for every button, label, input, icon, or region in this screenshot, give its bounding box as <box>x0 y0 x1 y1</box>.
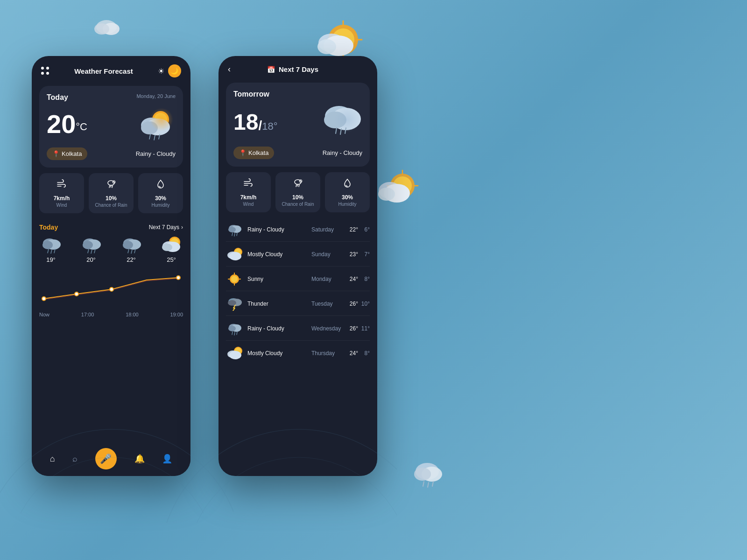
forecast-day-tuesday: Tuesday <box>311 301 344 307</box>
tomorrow-location-badge: 📍 Kolkata <box>233 147 274 159</box>
location-row: 📍 Kolkata Rainy - Cloudy <box>47 147 176 160</box>
svg-line-77 <box>237 233 237 236</box>
hourly-item-0: 19° <box>39 235 63 263</box>
forecast-high-sunday: 23° <box>344 251 358 258</box>
svg-line-52 <box>128 249 129 253</box>
svg-point-60 <box>42 297 46 301</box>
wind-icon <box>43 179 80 192</box>
tomorrow-wind-stat: 7km/h Wind <box>226 172 271 212</box>
tomorrow-rain-label: Chance of Rain <box>279 202 317 207</box>
forecast-condition-tuesday: Thunder <box>247 301 311 307</box>
tomorrow-stats-row: 7km/h Wind 10% Chance of Rain 30% <box>226 172 370 212</box>
humidity-icon <box>142 179 179 192</box>
forecast-icon-sunday <box>226 247 243 261</box>
forecast-icon-monday <box>226 272 243 286</box>
svg-line-40 <box>48 249 49 253</box>
svg-point-11 <box>94 23 109 35</box>
mic-nav-button[interactable]: 🎤 <box>95 448 117 469</box>
svg-point-93 <box>228 326 236 331</box>
svg-line-53 <box>131 250 132 253</box>
hourly-temp-3: 25° <box>167 256 176 263</box>
tomorrow-location-pin-icon: 📍 <box>239 149 247 156</box>
svg-point-23 <box>414 468 431 481</box>
tomorrow-weather-icon <box>316 102 362 142</box>
svg-point-61 <box>75 292 78 296</box>
forecast-high-monday: 24° <box>344 276 358 282</box>
forecast-row-saturday: Rainy - Cloudy Saturday 22° 6° <box>226 218 370 242</box>
svg-line-48 <box>94 249 95 253</box>
svg-point-90 <box>228 300 236 306</box>
forecast-list: Rainy - Cloudy Saturday 22° 6° Mostly Cl… <box>226 218 370 365</box>
tomorrow-humidity-label: Humidity <box>329 202 366 207</box>
sun-theme-icon[interactable]: ☀ <box>158 67 164 76</box>
svg-point-51 <box>123 241 133 249</box>
forecast-condition-thursday: Mostly Cloudy <box>247 350 311 357</box>
left-phone: Weather Forecast ☀ 🌙 Today Monday, 20 Ju… <box>32 56 190 476</box>
forecast-day-thursday: Thursday <box>311 350 344 357</box>
time-label-1: 17:00 <box>81 312 94 317</box>
forecast-high-wednesday: 26° <box>344 325 358 332</box>
svg-point-74 <box>228 227 236 232</box>
svg-line-54 <box>134 249 135 253</box>
weather-icon-today <box>134 105 176 143</box>
tomorrow-location-name: Kolkata <box>248 149 268 156</box>
svg-line-26 <box>432 482 433 486</box>
svg-line-67 <box>336 128 337 133</box>
temp-row: 20°C <box>47 105 176 143</box>
forecast-row-sunday: Mostly Cloudy Sunday 23° 7° <box>226 243 370 266</box>
next-days-link[interactable]: Next 7 Days › <box>149 224 183 231</box>
time-labels: Now 17:00 18:00 19:00 <box>32 312 190 317</box>
forecast-icon-saturday <box>226 223 243 237</box>
svg-line-25 <box>428 483 429 487</box>
svg-point-36 <box>113 181 115 183</box>
forecast-row-tuesday: Thunder Tuesday 26° 10° <box>226 292 370 316</box>
forecast-high-tuesday: 26° <box>344 301 358 307</box>
hourly-temp-2: 22° <box>127 256 136 263</box>
bottom-navigation: ⌂ ⌕ 🎤 🔔 👤 <box>32 441 190 476</box>
stats-row: 7km/h Wind 10% Chance of Rain 30% <box>39 173 183 213</box>
tomorrow-wind-label: Wind <box>230 202 267 207</box>
section-header: Today Next 7 Days › <box>32 219 190 235</box>
hourly-item-1: 20° <box>79 235 103 263</box>
forecast-low-tuesday: 10° <box>358 301 370 307</box>
back-button[interactable]: ‹ <box>228 64 231 74</box>
svg-line-46 <box>88 249 89 253</box>
tomorrow-temp-display: 18/18° <box>233 111 277 133</box>
hourly-temp-1: 20° <box>86 256 96 263</box>
bell-nav-icon[interactable]: 🔔 <box>134 454 145 464</box>
forecast-day-monday: Monday <box>311 276 344 282</box>
location-name: Kolkata <box>62 150 82 157</box>
tomorrow-rain-value: 10% <box>279 194 317 201</box>
svg-line-47 <box>91 250 92 253</box>
svg-point-62 <box>110 287 113 291</box>
user-nav-icon[interactable]: 👤 <box>162 454 172 464</box>
search-nav-icon[interactable]: ⌕ <box>72 454 78 464</box>
svg-line-96 <box>237 332 237 335</box>
tomorrow-wind-value: 7km/h <box>230 194 267 201</box>
date-label: Monday, 20 June <box>136 93 176 99</box>
svg-point-9 <box>96 20 117 34</box>
tomorrow-temp-unit: ° <box>274 120 278 132</box>
menu-dots-icon[interactable] <box>41 67 49 75</box>
rain-stat: 10% Chance of Rain <box>89 173 134 213</box>
temperature-graph <box>39 271 183 308</box>
svg-line-41 <box>51 250 52 253</box>
moon-theme-button[interactable]: 🌙 <box>168 64 181 77</box>
today-card: Today Monday, 20 June 20°C <box>39 86 183 168</box>
home-nav-icon[interactable]: ⌂ <box>50 454 55 464</box>
svg-line-24 <box>423 482 424 486</box>
forecast-condition-sunday: Mostly Cloudy <box>247 251 311 258</box>
svg-point-59 <box>162 244 172 251</box>
wind-value: 7km/h <box>43 195 80 202</box>
location-badge: 📍 Kolkata <box>47 147 87 160</box>
humidity-value: 30% <box>142 195 179 202</box>
rain-icon <box>92 179 130 192</box>
svg-point-22 <box>422 467 442 482</box>
chevron-right-icon: › <box>181 224 183 231</box>
forecast-row-wednesday: Rainy - Cloudy Wednesday 26° 11° <box>226 317 370 341</box>
forecast-day-saturday: Saturday <box>311 226 344 233</box>
wind-stat: 7km/h Wind <box>39 173 84 213</box>
wind-label: Wind <box>43 203 80 208</box>
right-phone-title: Next 7 Days <box>279 65 318 73</box>
svg-line-33 <box>154 135 155 140</box>
